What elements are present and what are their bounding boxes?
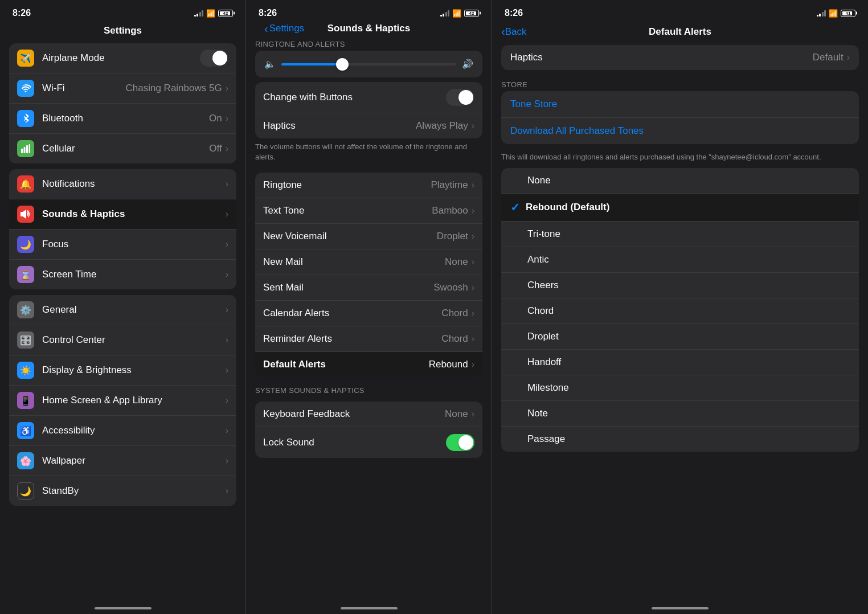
- svg-rect-1: [24, 147, 26, 153]
- settings-item-notifications[interactable]: 🔔 Notifications ›: [9, 169, 236, 199]
- general-label: General: [42, 304, 226, 316]
- tone-antic-label: Antic: [527, 254, 850, 265]
- haptics-row-col3[interactable]: Haptics Default ›: [501, 45, 859, 70]
- voicemail-item[interactable]: New Voicemail Droplet ›: [255, 224, 482, 249]
- texttone-value: Bamboo: [432, 205, 468, 216]
- time-3: 8:26: [505, 8, 523, 18]
- tone-passage[interactable]: Passage: [501, 427, 859, 452]
- settings-item-sounds[interactable]: Sounds & Haptics ›: [9, 199, 236, 230]
- settings-item-wifi[interactable]: Wi-Fi Chasing Rainbows 5G ›: [9, 73, 236, 104]
- back-button-2[interactable]: ‹ Settings: [255, 23, 304, 34]
- reminderalerts-value: Chord: [441, 333, 468, 345]
- newmail-item[interactable]: New Mail None ›: [255, 249, 482, 275]
- haptics-item[interactable]: Haptics Always Play ›: [255, 113, 482, 138]
- cellular-chevron: ›: [226, 144, 228, 154]
- controlcenter-icon: 🎛️: [17, 331, 34, 349]
- wallpaper-label: Wallpaper: [42, 455, 226, 466]
- sentmail-label: Sent Mail: [263, 282, 433, 293]
- display-label: Display & Brightness: [42, 365, 226, 376]
- home-indicator-3: [652, 607, 709, 609]
- ringtone-item[interactable]: Ringtone Playtime ›: [255, 173, 482, 198]
- locksound-knob: [458, 435, 473, 450]
- settings-screen: 8:26 📶 42 Settings ✈️ Airplane Mode: [0, 0, 246, 614]
- settings-item-bluetooth[interactable]: Bluetooth On ›: [9, 104, 236, 134]
- homescreen-label: Home Screen & App Library: [42, 395, 226, 406]
- volume-low-icon: 🔈: [264, 59, 276, 69]
- display-chevron: ›: [226, 365, 228, 375]
- reminderalerts-label: Reminder Alerts: [263, 333, 441, 345]
- download-tones-label: Download All Purchased Tones: [510, 125, 644, 137]
- tone-chord-label: Chord: [527, 305, 850, 317]
- tone-tritone[interactable]: Tri-tone: [501, 222, 859, 247]
- calendaralerts-label: Calendar Alerts: [263, 308, 441, 319]
- haptics-value-col3: Default: [813, 52, 844, 63]
- home-indicator-2: [341, 607, 398, 609]
- svg-rect-0: [21, 149, 23, 153]
- settings-item-accessibility[interactable]: ♿ Accessibility ›: [9, 416, 236, 446]
- rebound-check-icon: ✓: [510, 200, 520, 214]
- bluetooth-chevron: ›: [226, 113, 228, 124]
- default-alerts-title: Default Alerts: [649, 26, 711, 38]
- newmail-label: New Mail: [263, 256, 445, 268]
- signal-icon-2: [440, 10, 450, 17]
- settings-section-network: ✈️ Airplane Mode Wi-Fi Chasing Rainbows …: [9, 43, 236, 163]
- keyboard-value: None: [445, 408, 468, 420]
- tone-droplet[interactable]: Droplet: [501, 324, 859, 350]
- change-with-buttons-toggle[interactable]: [446, 89, 474, 106]
- texttone-label: Text Tone: [263, 205, 432, 216]
- settings-item-display[interactable]: ☀️ Display & Brightness ›: [9, 355, 236, 386]
- tone-rebound[interactable]: ✓ Rebound (Default): [501, 194, 859, 222]
- section-label-system: SYSTEM SOUNDS & HAPTICS: [246, 382, 492, 397]
- voicemail-value: Droplet: [437, 231, 468, 242]
- volume-slider-track[interactable]: [281, 63, 456, 66]
- keyboard-feedback-item[interactable]: Keyboard Feedback None ›: [255, 402, 482, 427]
- settings-item-homescreen[interactable]: 📱 Home Screen & App Library ›: [9, 386, 236, 416]
- time-1: 8:26: [13, 8, 31, 18]
- settings-item-cellular[interactable]: Cellular Off ›: [9, 134, 236, 163]
- general-icon: ⚙️: [17, 301, 34, 318]
- download-tones-item[interactable]: Download All Purchased Tones: [501, 118, 859, 144]
- change-with-buttons-label: Change with Buttons: [263, 92, 446, 103]
- wifi-label: Wi-Fi: [42, 83, 126, 94]
- home-indicator-1: [95, 607, 152, 609]
- ringtone-controls-section: Change with Buttons Haptics Always Play …: [255, 82, 482, 138]
- reminderalerts-item[interactable]: Reminder Alerts Chord ›: [255, 326, 482, 352]
- locksound-label: Lock Sound: [263, 437, 446, 448]
- texttone-item[interactable]: Text Tone Bamboo ›: [255, 198, 482, 224]
- page-title-1: Settings: [0, 23, 245, 43]
- volume-slider-thumb[interactable]: [336, 58, 349, 71]
- settings-item-wallpaper[interactable]: 🌸 Wallpaper ›: [9, 446, 236, 476]
- focus-chevron: ›: [226, 239, 228, 249]
- back-button-3[interactable]: ‹ Back: [501, 25, 526, 38]
- tone-store-item[interactable]: Tone Store: [501, 91, 859, 118]
- tone-none[interactable]: None: [501, 168, 859, 194]
- settings-item-standby[interactable]: 🌙 StandBy ›: [9, 476, 236, 506]
- tone-note-label: Note: [527, 408, 850, 419]
- tone-handoff[interactable]: Handoff: [501, 350, 859, 375]
- settings-item-screentime[interactable]: ⌛ Screen Time ›: [9, 260, 236, 289]
- notifications-icon: 🔔: [17, 175, 34, 193]
- calendaralerts-item[interactable]: Calendar Alerts Chord ›: [255, 301, 482, 326]
- ringtone-value: Playtime: [431, 179, 468, 191]
- settings-item-general[interactable]: ⚙️ General ›: [9, 295, 236, 325]
- sentmail-item[interactable]: Sent Mail Swoosh ›: [255, 275, 482, 301]
- locksound-toggle[interactable]: [446, 434, 474, 451]
- haptics-chevron-col3: ›: [847, 52, 850, 63]
- homescreen-icon: 📱: [17, 392, 34, 409]
- settings-item-focus[interactable]: 🌙 Focus ›: [9, 230, 236, 260]
- tone-milestone[interactable]: Milestone: [501, 375, 859, 401]
- tone-antic[interactable]: Antic: [501, 247, 859, 273]
- locksound-item[interactable]: Lock Sound: [255, 427, 482, 458]
- airplane-toggle[interactable]: [200, 50, 228, 67]
- display-icon: ☀️: [17, 362, 34, 379]
- tone-rebound-label: Rebound (Default): [526, 202, 850, 213]
- sentmail-chevron: ›: [472, 283, 474, 293]
- settings-item-controlcenter[interactable]: 🎛️ Control Center ›: [9, 325, 236, 355]
- tone-chord[interactable]: Chord: [501, 298, 859, 324]
- wifi-icon-2: 📶: [452, 9, 461, 18]
- tone-cheers[interactable]: Cheers: [501, 273, 859, 298]
- settings-item-airplane[interactable]: ✈️ Airplane Mode: [9, 43, 236, 73]
- change-with-buttons-item[interactable]: Change with Buttons: [255, 82, 482, 113]
- defaultalerts-item[interactable]: Default Alerts Rebound ›: [255, 352, 482, 377]
- tone-note[interactable]: Note: [501, 401, 859, 427]
